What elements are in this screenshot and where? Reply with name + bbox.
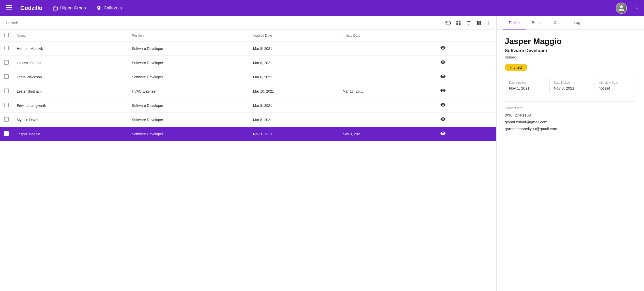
table-row[interactable]: Herman Murazik Software Developer Mar 8,… — [0, 41, 496, 56]
columns-icon[interactable] — [476, 20, 482, 26]
select-all-header[interactable] — [0, 30, 13, 41]
interview-date-card: Interview Date not set — [594, 77, 636, 94]
contact-email1: gianni.zulauf@gmail.com — [505, 120, 636, 124]
table-row[interactable]: Myrtice Davis Software Developer Mar 8, … — [0, 113, 496, 127]
row-name: Letha Wilkinson — [13, 70, 128, 84]
row-view-icon[interactable] — [440, 45, 446, 52]
date-applied-card: Date Applied Nov 1, 2021 — [505, 77, 546, 94]
company-group[interactable]: Hilpert Group — [53, 5, 86, 11]
row-actions: ⋮ — [432, 116, 492, 123]
avatar-dropdown-arrow[interactable]: ▾ — [636, 6, 638, 10]
row-invited: Nov 3, 202… — [339, 127, 427, 141]
row-view-icon[interactable] — [440, 102, 446, 109]
table-row[interactable]: Lauren Johnson Software Developer Mar 8,… — [0, 56, 496, 70]
right-panel: Profile Email Chat Log Jasper Maggio Sof… — [497, 16, 644, 291]
row-applied: Mar 8, 2021 — [249, 41, 339, 56]
location-name: California — [104, 6, 122, 11]
row-checkbox-cell — [0, 41, 13, 56]
row-checkbox[interactable] — [4, 89, 9, 93]
candidate-position: Software Developer — [505, 48, 636, 53]
date-applied-value: Nov 1, 2021 — [509, 86, 542, 90]
menu-icon[interactable] — [6, 4, 12, 12]
row-name: Herman Murazik — [13, 41, 128, 56]
row-actions: ⋮ — [432, 102, 492, 109]
search-input[interactable] — [6, 20, 47, 26]
row-actions-cell: ⋮ — [427, 56, 496, 70]
tab-chat[interactable]: Chat — [547, 16, 568, 30]
row-name: Edwina Langworth — [13, 98, 128, 113]
col-actions: ··· — [427, 30, 496, 41]
company-name: Hilpert Group — [60, 6, 86, 11]
status-badge: Invited — [505, 64, 527, 71]
contact-email2: garnett.connelly90@gmail.com — [505, 127, 636, 131]
add-button[interactable]: + — [486, 19, 490, 26]
row-more-icon[interactable]: ⋮ — [432, 74, 437, 80]
svg-rect-4 — [459, 21, 460, 22]
row-more-icon[interactable]: ⋮ — [432, 117, 437, 123]
profile-content: Jasper Maggio Software Developer Indeed … — [497, 30, 644, 141]
left-panel: + Name Position Applied Date Invited Dat… — [0, 16, 497, 291]
row-checkbox[interactable] — [4, 131, 9, 136]
row-invited — [339, 98, 427, 113]
row-position: Software Developer — [128, 127, 249, 141]
row-more-icon[interactable]: ⋮ — [432, 46, 437, 52]
filter-icon[interactable] — [466, 20, 471, 26]
grid-view-icon[interactable] — [456, 20, 461, 26]
refresh-icon[interactable] — [446, 20, 451, 26]
date-applied-label: Date Applied — [509, 81, 542, 84]
svg-rect-3 — [456, 21, 458, 22]
row-actions: ⋮ — [432, 74, 492, 80]
row-applied: Mar 8, 2021 — [249, 98, 339, 113]
row-position: Software Developer — [128, 56, 249, 70]
row-checkbox[interactable] — [4, 103, 9, 107]
interview-date-value: not set — [599, 86, 632, 90]
select-all-checkbox[interactable] — [4, 33, 9, 37]
table-row[interactable]: Lester Smitham HVAC Engineer Mar 10, 202… — [0, 84, 496, 98]
row-position: Software Developer — [128, 70, 249, 84]
row-more-icon[interactable]: ⋮ — [432, 131, 437, 137]
toolbar: + — [0, 16, 496, 30]
row-name: Lauren Johnson — [13, 56, 128, 70]
toolbar-icons: + — [446, 19, 490, 26]
contact-phone: (990) 274-1168 — [505, 113, 636, 117]
svg-rect-12 — [480, 21, 481, 25]
row-actions-cell: ⋮ — [427, 41, 496, 56]
date-cards: Date Applied Nov 1, 2021 Date Invited No… — [505, 77, 636, 94]
table-row[interactable]: Edwina Langworth Software Developer Mar … — [0, 98, 496, 113]
row-checkbox[interactable] — [4, 117, 9, 122]
row-checkbox[interactable] — [4, 74, 9, 79]
row-invited — [339, 70, 427, 84]
row-actions-cell: ⋮ — [427, 127, 496, 141]
row-checkbox[interactable] — [4, 60, 9, 65]
row-name: Jasper Maggio — [13, 127, 128, 141]
candidate-source: Indeed — [505, 55, 636, 59]
row-view-icon[interactable] — [440, 116, 446, 123]
contact-info-label: Contact info — [505, 106, 636, 110]
tab-log[interactable]: Log — [568, 16, 586, 30]
row-more-icon[interactable]: ⋮ — [432, 60, 437, 66]
location-group[interactable]: California — [96, 5, 122, 11]
row-checkbox[interactable] — [4, 46, 9, 50]
candidate-name: Jasper Maggio — [505, 37, 636, 46]
row-more-icon[interactable]: ⋮ — [432, 88, 437, 94]
row-view-icon[interactable] — [440, 88, 446, 95]
svg-rect-6 — [459, 23, 460, 25]
table-row[interactable]: Jasper Maggio Software Developer Nov 1, … — [0, 127, 496, 141]
row-actions-cell: ⋮ — [427, 98, 496, 113]
svg-rect-0 — [6, 5, 12, 6]
interview-date-label: Interview Date — [599, 81, 632, 84]
svg-rect-10 — [477, 21, 478, 25]
tab-profile[interactable]: Profile — [503, 16, 526, 30]
avatar-image — [616, 3, 626, 14]
tab-email[interactable]: Email — [526, 16, 548, 30]
row-position: Software Developer — [128, 41, 249, 56]
table-row[interactable]: Letha Wilkinson Software Developer Mar 8… — [0, 70, 496, 84]
row-more-icon[interactable]: ⋮ — [432, 103, 437, 109]
row-checkbox-cell — [0, 70, 13, 84]
user-avatar[interactable] — [616, 3, 627, 14]
row-invited — [339, 41, 427, 56]
row-view-icon[interactable] — [440, 74, 446, 80]
location-icon — [96, 5, 102, 11]
row-view-icon[interactable] — [440, 130, 446, 137]
row-view-icon[interactable] — [440, 59, 446, 66]
